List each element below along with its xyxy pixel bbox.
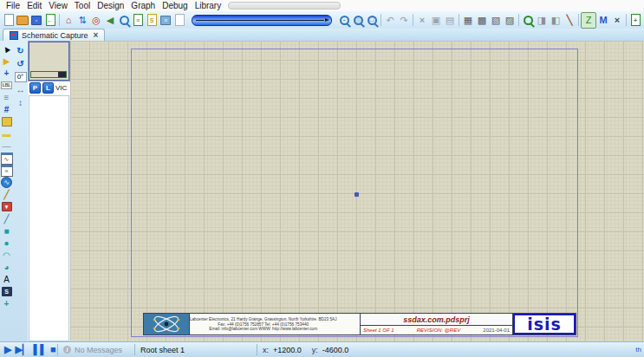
device-pins-mode-icon[interactable]: ― (1, 140, 13, 152)
junction-dot-mode-icon[interactable]: + (1, 68, 13, 79)
block-delete-icon[interactable]: ▨ (503, 13, 517, 28)
3d-visualizer-app-icon[interactable]: ◀ (103, 13, 117, 28)
2d-box-icon[interactable]: ■ (1, 225, 13, 237)
flip-horizontal-button[interactable]: ↔ (15, 84, 27, 95)
isis-logo: isis (513, 314, 576, 334)
current-probe-mode-icon[interactable]: ▾ (1, 201, 13, 212)
play-button[interactable]: ▶ (4, 345, 11, 354)
graph-mode-icon[interactable]: ∿ (1, 153, 13, 164)
address-line-3: Email: info@labcenter.com WWW: http://ww… (190, 327, 338, 331)
rotate-clockwise-button[interactable]: ↻ (15, 45, 27, 56)
device-tools-group: ◨◧╲ (521, 13, 576, 28)
save-project-icon[interactable]: ▫ (29, 13, 43, 28)
2d-path-icon[interactable]: ◕ (1, 262, 13, 273)
blank-page-icon[interactable] (172, 13, 186, 28)
menu-graph[interactable]: Graph (127, 0, 159, 11)
wire-autorouter-icon[interactable]: Z (581, 12, 596, 29)
new-project-icon[interactable] (2, 13, 16, 28)
overview-viewport[interactable] (30, 71, 67, 78)
sheet-meta-row: Sheet 1 OF 1 REVISION: @REV 2021-04-01 (361, 326, 512, 334)
zoom-out-icon[interactable]: - (337, 13, 351, 28)
2d-circle-icon[interactable]: ● (1, 237, 13, 249)
home-page-icon[interactable]: ⌂ (62, 13, 75, 28)
subcircuit-mode-icon[interactable] (1, 116, 13, 127)
packaging-tool-icon[interactable]: ◧ (549, 13, 563, 28)
proteus-window: FileEditViewToolDesignGraphDebugLibrary … (0, 0, 644, 357)
redo-icon[interactable]: ↷ (397, 13, 411, 28)
tape-recorder-mode-icon[interactable]: » (1, 165, 13, 176)
labcenter-atom-logo (144, 314, 190, 334)
menu-debug[interactable]: Debug (159, 0, 191, 11)
simulation-card-icon[interactable]: ≡ (159, 13, 172, 28)
generator-mode-icon[interactable]: ∿ (1, 177, 13, 188)
close-project-icon[interactable]: ← (43, 13, 57, 28)
zoom-page-icon[interactable]: □ (365, 13, 379, 28)
2d-marker-icon[interactable]: + (1, 298, 13, 309)
2d-symbol-icon[interactable]: S (1, 286, 13, 297)
wire-label-mode-icon[interactable]: LBL (1, 80, 13, 91)
zoom-slider[interactable] (192, 15, 332, 26)
device-list[interactable] (29, 95, 69, 341)
selection-mode-icon[interactable]: ▲ (1, 43, 13, 55)
clipboard-toolbar-group: ×▣▤ (415, 13, 457, 28)
workspace: ▲▶+LBL≡#▬―∿»∿╱▾╱■●◠◕AS+ ↻↺0°↔↕ P L VIC (0, 41, 644, 342)
text-script-mode-icon[interactable]: ≡ (1, 92, 13, 103)
component-mode-icon[interactable]: ▶ (1, 55, 13, 67)
tab-close-icon[interactable]: × (94, 31, 99, 40)
overview-window[interactable] (29, 42, 69, 81)
stop-button[interactable]: ■ (50, 345, 56, 354)
2d-text-icon[interactable]: A (1, 274, 13, 285)
block-move-icon[interactable]: ▩ (475, 13, 489, 28)
pick-parts-icon[interactable] (521, 13, 535, 28)
history-toolbar-group: ↶↷ (383, 13, 411, 28)
step-button[interactable]: ▶▏ (15, 345, 29, 354)
pick-device-button[interactable]: P (29, 82, 41, 94)
schematic-canvas[interactable]: Labcenter Electronics, 21 Hardy Grange, … (70, 41, 644, 342)
copy-icon[interactable]: ▣ (429, 13, 443, 28)
tab-label: Schematic Capture (22, 31, 88, 40)
voltage-probe-mode-icon[interactable]: ╱ (1, 189, 13, 200)
terminals-mode-icon[interactable]: ▬ (1, 128, 13, 140)
buses-mode-icon[interactable]: # (1, 104, 13, 115)
decompose-icon[interactable]: ╲ (563, 13, 576, 28)
new-sheet-icon[interactable]: + (628, 13, 642, 28)
menu-file[interactable]: File (3, 0, 23, 11)
zoom-area-icon[interactable] (351, 13, 365, 28)
toolbar-separator (413, 14, 413, 26)
block-copy-icon[interactable]: ▦ (461, 13, 475, 28)
property-assignment-icon[interactable]: × (610, 13, 624, 28)
2d-line-icon[interactable]: ╱ (1, 213, 13, 224)
design-filename: ssdax.com.pdsprj (361, 314, 512, 326)
source-code-icon[interactable]: S (145, 13, 159, 28)
root-sheet-label: Root sheet 1 (134, 344, 257, 355)
library-button[interactable]: L (42, 82, 54, 94)
search-and-tag-icon[interactable]: M (596, 13, 610, 28)
cut-icon[interactable]: × (415, 13, 429, 28)
tab-schematic-capture[interactable]: Schematic Capture × (3, 29, 105, 41)
menu-view[interactable]: View (45, 0, 71, 11)
isis-logo-text: isis (527, 316, 562, 333)
rotation-angle-field[interactable]: 0° (15, 71, 27, 82)
zoom-toolbar-group: -□ (337, 13, 379, 28)
flip-vertical-button[interactable]: ↕ (15, 97, 27, 108)
design-explorer-icon[interactable] (117, 13, 131, 28)
file-toolbar-group: ▫← (2, 13, 57, 28)
schematic-capture-tab-icon (10, 31, 18, 40)
pcb-layout-app-icon[interactable]: ◎ (89, 13, 103, 28)
menu-edit[interactable]: Edit (23, 0, 45, 11)
pause-button[interactable]: ▌▌ (33, 345, 47, 354)
2d-arc-icon[interactable]: ◠ (1, 250, 13, 261)
menu-tool[interactable]: Tool (71, 0, 94, 11)
paste-icon[interactable]: ▤ (443, 13, 457, 28)
open-project-icon[interactable] (16, 13, 29, 28)
menu-design[interactable]: Design (94, 0, 127, 11)
bill-of-materials-icon[interactable]: ≡ (131, 13, 145, 28)
make-device-icon[interactable]: ◨ (535, 13, 549, 28)
undo-icon[interactable]: ↶ (383, 13, 397, 28)
menu-library[interactable]: Library (192, 0, 225, 11)
sheet-tools-group: +×↓╱ (628, 13, 644, 28)
rotate-anticlockwise-button[interactable]: ↺ (15, 58, 27, 69)
schematic-capture-app-icon[interactable]: ⇅ (75, 13, 89, 28)
block-rotate-icon[interactable]: ▧ (489, 13, 503, 28)
app-toolbar-group: ⌂⇅◎◀≡S≡ (62, 13, 186, 28)
